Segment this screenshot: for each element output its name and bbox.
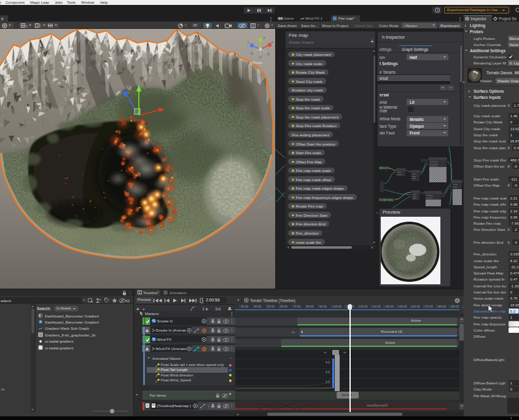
svg-text:130:00: 130:00: [372, 305, 381, 308]
svg-text:60:00: 60:00: [280, 305, 287, 308]
svg-text:100:00: 100:00: [332, 305, 341, 308]
svg-text:90:00: 90:00: [319, 305, 327, 308]
svg-text:ROTATION(N): ROTATION(N): [380, 199, 393, 201]
svg-text:200:00: 200:00: [463, 305, 464, 308]
svg-text:30:00: 30:00: [241, 305, 248, 308]
svg-text:170:00: 170:00: [424, 305, 433, 308]
svg-text:120:00: 120:00: [359, 305, 368, 308]
svg-text:50:00: 50:00: [267, 305, 275, 308]
svg-text:70:00: 70:00: [293, 305, 300, 308]
svg-text:150:00: 150:00: [398, 305, 407, 308]
svg-text:ANGLE(T): ANGLE(T): [380, 167, 389, 169]
svg-text:140:00: 140:00: [385, 305, 394, 308]
svg-text:80:00: 80:00: [306, 305, 314, 308]
svg-text:40:00: 40:00: [254, 305, 262, 308]
svg-text:160:00: 160:00: [411, 305, 420, 308]
svg-text:< Persp: < Persp: [249, 61, 263, 64]
svg-text:190:00: 190:00: [450, 305, 459, 308]
svg-text:180:00: 180:00: [437, 305, 447, 308]
